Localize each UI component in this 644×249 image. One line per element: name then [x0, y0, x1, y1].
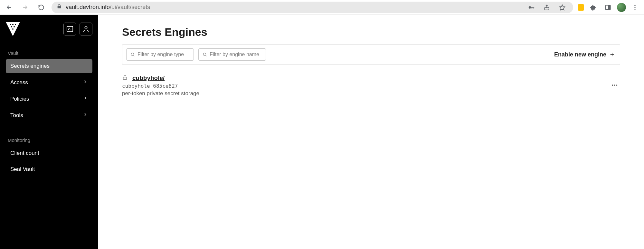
- sidebar-item-label: Seal Vault: [10, 166, 35, 173]
- star-icon[interactable]: [556, 2, 568, 13]
- terminal-button[interactable]: [63, 23, 76, 35]
- sidebar-item-label: Client count: [10, 150, 39, 156]
- filter-name-input[interactable]: [210, 52, 262, 57]
- plus-icon: [610, 52, 615, 57]
- sidebar-item-label: Access: [10, 79, 28, 86]
- sidebar-top-actions: [63, 23, 92, 35]
- svg-point-18: [203, 53, 206, 55]
- vault-logo[interactable]: [6, 22, 20, 36]
- svg-rect-19: [123, 77, 127, 80]
- svg-point-10: [12, 24, 14, 25]
- dots-horizontal-icon: [611, 82, 618, 89]
- svg-point-11: [15, 24, 16, 25]
- password-key-icon[interactable]: [526, 2, 537, 13]
- reload-button[interactable]: [35, 2, 47, 13]
- svg-point-22: [616, 85, 618, 86]
- extensions-icon[interactable]: [587, 2, 599, 13]
- sidebar-item-label: Policies: [10, 96, 29, 102]
- svg-point-16: [85, 27, 87, 29]
- chevron-right-icon: [83, 95, 88, 102]
- panel-icon[interactable]: [602, 2, 614, 13]
- sidebar-item-client-count[interactable]: Client count: [6, 146, 92, 160]
- chevron-right-icon: [83, 112, 88, 119]
- user-button[interactable]: [80, 23, 92, 35]
- extension-yellow-icon[interactable]: [578, 4, 584, 11]
- svg-rect-15: [67, 26, 73, 32]
- svg-point-7: [634, 9, 635, 10]
- engines-list: cubbyhole/cubbyhole_685ce827per-token pr…: [122, 69, 620, 104]
- engine-row: cubbyhole/cubbyhole_685ce827per-token pr…: [122, 69, 620, 104]
- browser-chrome: vault.devtron.info/ui/vault/secrets: [0, 0, 644, 15]
- svg-point-6: [634, 7, 635, 8]
- terminal-icon: [66, 25, 73, 33]
- page-title: Secrets Engines: [122, 26, 620, 38]
- sidebar-item-tools[interactable]: Tools: [6, 108, 92, 123]
- section-label-vault: Vault: [8, 50, 90, 56]
- section-label-monitoring: Monitoring: [8, 137, 90, 143]
- sidebar-item-seal-vault[interactable]: Seal Vault: [6, 162, 92, 176]
- sidebar-item-access[interactable]: Access: [6, 75, 92, 90]
- filter-type[interactable]: [126, 48, 194, 61]
- user-icon: [82, 25, 90, 33]
- engine-name-link[interactable]: cubbyhole/: [132, 75, 165, 82]
- svg-rect-4: [609, 5, 611, 9]
- arrow-left-icon: [6, 4, 12, 11]
- sidebar-item-secrets-engines[interactable]: Secrets engines: [6, 59, 92, 73]
- engine-row-menu[interactable]: [609, 80, 620, 92]
- chevron-right-icon: [83, 79, 88, 86]
- svg-point-0: [529, 6, 531, 8]
- avatar[interactable]: [617, 3, 626, 12]
- svg-point-9: [10, 24, 11, 25]
- forward-button[interactable]: [19, 2, 31, 13]
- enable-new-engine-label: Enable new engine: [554, 51, 606, 58]
- main-content: Secrets Engines Enable new engine cubbyh…: [98, 15, 644, 249]
- sidebar-top: [6, 22, 92, 36]
- chrome-right-icons: [578, 2, 641, 13]
- lock-icon: [57, 4, 62, 11]
- svg-point-13: [14, 26, 15, 27]
- app: Vault Secrets enginesAccessPoliciesTools…: [0, 15, 644, 249]
- nav-group-vault: Secrets enginesAccessPoliciesTools: [6, 59, 92, 124]
- svg-marker-2: [560, 5, 565, 10]
- back-button[interactable]: [3, 2, 15, 13]
- engine-description: per-token private secret storage: [122, 90, 609, 97]
- nav-group-monitoring: Client countSeal Vault: [6, 146, 92, 178]
- address-text: vault.devtron.info/ui/vault/secrets: [66, 4, 522, 11]
- address-bar[interactable]: vault.devtron.info/ui/vault/secrets: [52, 2, 573, 13]
- arrow-right-icon: [22, 4, 28, 11]
- filter-type-input[interactable]: [137, 52, 190, 57]
- sidebar: Vault Secrets enginesAccessPoliciesTools…: [0, 15, 98, 249]
- enable-new-engine-button[interactable]: Enable new engine: [553, 49, 616, 60]
- svg-point-20: [612, 85, 613, 86]
- url-path: /ui/vault/secrets: [110, 4, 150, 10]
- svg-point-14: [12, 28, 14, 30]
- kebab-menu-icon[interactable]: [629, 2, 641, 13]
- svg-point-5: [634, 5, 635, 6]
- engine-accessor: cubbyhole_685ce827: [122, 83, 609, 89]
- url-host: vault.devtron.info: [66, 4, 110, 10]
- share-icon[interactable]: [541, 2, 553, 13]
- toolbar: Enable new engine: [122, 44, 620, 65]
- filter-name[interactable]: [198, 48, 266, 61]
- reload-icon: [38, 4, 44, 11]
- svg-point-21: [614, 85, 615, 86]
- search-icon: [203, 52, 207, 57]
- sidebar-item-label: Secrets engines: [10, 63, 50, 69]
- sidebar-item-policies[interactable]: Policies: [6, 92, 92, 106]
- svg-point-12: [11, 26, 12, 27]
- search-icon: [130, 52, 135, 57]
- svg-point-17: [131, 53, 134, 55]
- sidebar-item-label: Tools: [10, 112, 23, 119]
- unlock-icon: [122, 75, 128, 82]
